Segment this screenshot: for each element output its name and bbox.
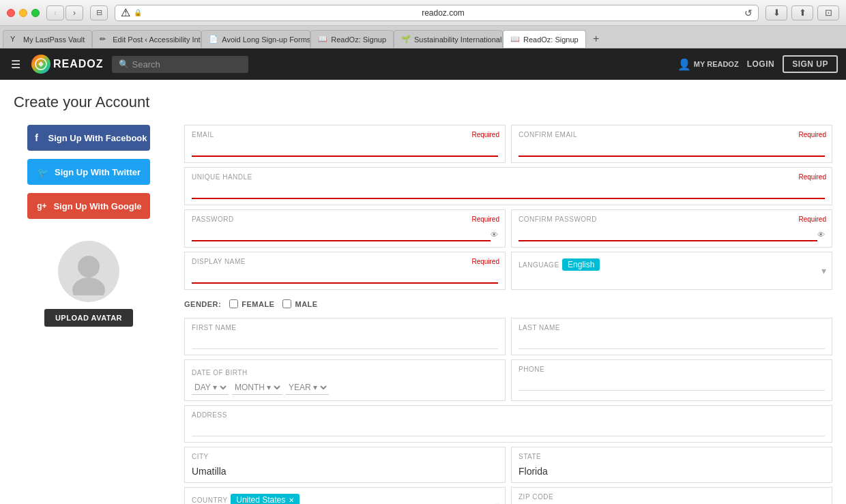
google-signup-button[interactable]: g+ Sign Up With Google xyxy=(27,193,150,219)
password-toggle-icon[interactable]: 👁 xyxy=(491,231,498,239)
tab-label-sustainability: Sustainability International xyxy=(414,35,501,44)
nav-buttons: ‹ › xyxy=(46,5,83,20)
display-name-input[interactable] xyxy=(192,269,498,284)
tab-favicon-lastpass: Y xyxy=(10,35,20,44)
email-row: EMAIL Required CONFIRM EMAIL Required xyxy=(184,125,832,163)
avatar-section: UPLOAD AVATAR xyxy=(44,241,133,327)
password-row: PASSWORD Required 👁 CONFIRM PASSWORD Req… xyxy=(184,209,832,248)
tab-label-readoz1: ReadOz: Signup xyxy=(331,35,386,44)
male-label: MALE xyxy=(295,300,317,308)
tab-favicon-sustainability: 🌱 xyxy=(401,35,411,44)
avatar xyxy=(58,241,119,302)
confirm-password-toggle-icon[interactable]: 👁 xyxy=(817,231,825,239)
share-button[interactable]: ⬆ xyxy=(791,5,813,20)
address-label: ADDRESS xyxy=(192,411,825,419)
male-checkbox[interactable] xyxy=(282,299,291,308)
state-label: STATE xyxy=(519,453,825,460)
new-tab-button[interactable]: + xyxy=(587,30,605,48)
readoz-logo[interactable]: READOZ xyxy=(31,55,104,74)
email-label: EMAIL xyxy=(192,131,498,138)
female-label: FEMALE xyxy=(242,300,274,308)
tab-label-avoid: Avoid Long Sign-up Forms... xyxy=(222,35,310,44)
hamburger-menu[interactable]: ☰ xyxy=(8,55,23,74)
close-button[interactable] xyxy=(7,9,15,17)
tab-sustainability[interactable]: 🌱 Sustainability International xyxy=(394,30,503,48)
facebook-icon: f xyxy=(30,132,42,144)
twitter-signup-label: Sign Up With Twitter xyxy=(55,167,141,177)
tab-readoz1[interactable]: 📖 ReadOz: Signup xyxy=(310,30,394,48)
country-zip-row: COUNTRY United States ✕ ▾ ZIP CODE 32784 xyxy=(184,487,832,504)
logo-text: READOZ xyxy=(53,58,104,70)
forward-button[interactable]: › xyxy=(65,5,83,20)
login-link[interactable]: LOGIN xyxy=(747,59,775,69)
language-dropdown-icon[interactable]: ▾ xyxy=(821,265,826,276)
male-option[interactable]: MALE xyxy=(282,299,317,308)
country-tag: United States ✕ xyxy=(231,494,300,504)
title-bar-actions: ⬇ ⬆ ⊡ xyxy=(765,5,839,20)
zip-label: ZIP CODE xyxy=(519,493,825,501)
tab-label-edit-post: Edit Post ‹ Accessibility Int... xyxy=(113,35,201,44)
signup-button[interactable]: SIGN UP xyxy=(783,55,838,73)
country-scroll-icon[interactable]: ▾ xyxy=(495,500,499,505)
phone-input[interactable] xyxy=(519,377,825,391)
password-input[interactable] xyxy=(192,227,491,241)
fullscreen-button[interactable]: ⊡ xyxy=(817,5,839,20)
country-tag-close[interactable]: ✕ xyxy=(289,496,294,504)
navbar-right: 👤 MY READOZ LOGIN SIGN UP xyxy=(677,55,838,73)
traffic-lights xyxy=(7,9,40,17)
password-label: PASSWORD xyxy=(192,216,498,223)
address-bar[interactable]: ⚠ 🔒 readoz.com ↺ xyxy=(115,5,759,21)
confirm-email-input[interactable] xyxy=(519,143,825,157)
tab-avoid[interactable]: 📄 Avoid Long Sign-up Forms... xyxy=(201,30,310,48)
confirm-password-input[interactable] xyxy=(519,227,817,241)
first-name-field-container: FIRST NAME xyxy=(184,318,506,355)
dob-day-select[interactable]: DAY ▾ xyxy=(192,381,229,395)
upload-avatar-button[interactable]: UPLOAD AVATAR xyxy=(44,309,133,327)
dob-year-select[interactable]: YEAR ▾ xyxy=(286,381,329,395)
handle-field-container: UNIQUE HANDLE Required xyxy=(184,167,832,205)
tab-edit-post[interactable]: ✏ Edit Post ‹ Accessibility Int... xyxy=(92,30,201,48)
search-container[interactable]: 🔍 xyxy=(112,56,248,73)
female-option[interactable]: FEMALE xyxy=(229,299,274,308)
dob-phone-row: DATE OF BIRTH DAY ▾ MONTH ▾ YEAR ▾ PHONE xyxy=(184,359,832,401)
maximize-button[interactable] xyxy=(31,9,40,17)
tab-readoz2[interactable]: 📖 ReadOz: Signup xyxy=(503,30,586,48)
first-name-input[interactable] xyxy=(192,336,498,349)
confirm-password-required: Required xyxy=(798,216,826,223)
language-field-container[interactable]: LANGUAGE English ▾ xyxy=(511,252,832,290)
twitter-signup-button[interactable]: 🐦 Sign Up With Twitter xyxy=(27,159,150,185)
dob-month-select[interactable]: MONTH ▾ xyxy=(232,381,282,395)
last-name-input[interactable] xyxy=(519,336,825,349)
country-field-container[interactable]: COUNTRY United States ✕ ▾ xyxy=(184,487,506,504)
facebook-signup-button[interactable]: f Sign Up With Facebook xyxy=(27,125,150,151)
tab-lastpass[interactable]: Y My LastPass Vault xyxy=(3,30,92,48)
back-button[interactable]: ‹ xyxy=(46,5,64,20)
zip-field-container: ZIP CODE 32784 xyxy=(511,487,832,504)
search-input[interactable] xyxy=(132,59,235,70)
gender-label: GENDER: xyxy=(184,300,221,308)
handle-label: UNIQUE HANDLE xyxy=(192,173,825,181)
email-input[interactable] xyxy=(192,143,498,157)
app-navbar: ☰ READOZ 🔍 👤 MY READOZ LOGIN SIGN UP xyxy=(0,48,846,80)
email-field-container: EMAIL Required xyxy=(184,125,506,163)
window-view-button[interactable]: ⊟ xyxy=(90,5,108,20)
facebook-signup-label: Sign Up With Facebook xyxy=(48,133,147,143)
country-label: COUNTRY xyxy=(192,496,228,504)
my-readoz-link[interactable]: 👤 MY READOZ xyxy=(677,58,739,71)
state-value: Florida xyxy=(519,466,825,477)
city-state-row: CITY Umatilla STATE Florida xyxy=(184,447,832,483)
minimize-button[interactable] xyxy=(19,9,27,17)
female-checkbox[interactable] xyxy=(229,299,238,308)
dob-label: DATE OF BIRTH xyxy=(192,369,248,376)
address-input[interactable] xyxy=(192,423,825,436)
language-label: LANGUAGE xyxy=(519,261,559,269)
display-name-label: DISPLAY NAME xyxy=(192,258,498,265)
left-panel: f Sign Up With Facebook 🐦 Sign Up With T… xyxy=(14,125,164,504)
content-area: f Sign Up With Facebook 🐦 Sign Up With T… xyxy=(14,125,832,504)
address-field-container: ADDRESS xyxy=(184,405,832,443)
reload-button[interactable]: ↺ xyxy=(744,8,753,18)
my-readoz-label: MY READOZ xyxy=(694,60,739,68)
download-button[interactable]: ⬇ xyxy=(765,5,787,20)
handle-input[interactable] xyxy=(192,185,825,199)
lock-icon: 🔒 xyxy=(134,9,142,16)
